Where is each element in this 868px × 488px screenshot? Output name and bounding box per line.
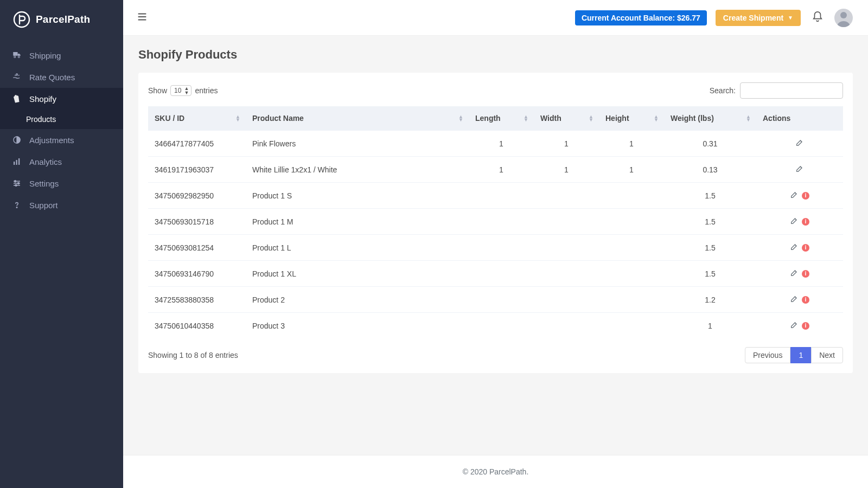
sliders-icon: [12, 178, 22, 188]
edit-icon[interactable]: [790, 294, 799, 305]
cell-width: [534, 261, 599, 287]
cell-length: [469, 261, 534, 287]
cell-height: [599, 287, 664, 313]
col-header-weight[interactable]: Weight (lbs)▲▼: [664, 106, 756, 131]
svg-point-8: [15, 181, 16, 182]
cell-actions: i: [756, 183, 843, 209]
cell-height: 1: [599, 131, 664, 157]
cell-name: Product 1 L: [246, 235, 469, 261]
create-shipment-button[interactable]: Create Shipment ▼: [716, 10, 801, 26]
hand-coins-icon: [12, 72, 22, 82]
col-header-width[interactable]: Width▲▼: [534, 106, 599, 131]
svg-rect-7: [18, 158, 20, 165]
show-label-pre: Show: [148, 86, 167, 95]
warning-icon[interactable]: i: [802, 296, 809, 304]
edit-icon[interactable]: [790, 242, 799, 253]
truck-icon: [12, 50, 22, 60]
sidebar-item-shipping[interactable]: Shipping: [0, 44, 123, 66]
sidebar-item-support[interactable]: Support: [0, 194, 123, 216]
cell-name: Product 1 M: [246, 209, 469, 235]
table-row: 34750693081254Product 1 L1.5i: [148, 235, 843, 261]
edit-icon[interactable]: [790, 268, 799, 279]
warning-icon[interactable]: i: [802, 244, 809, 252]
search-label: Search:: [710, 86, 736, 95]
bell-icon[interactable]: [809, 9, 826, 27]
sidebar-item-label: Analytics: [29, 157, 62, 166]
svg-point-11: [16, 207, 17, 208]
cell-sku: 34750692982950: [148, 183, 246, 209]
cell-weight: 1.5: [664, 235, 756, 261]
svg-point-2: [18, 56, 20, 58]
warning-icon[interactable]: i: [802, 218, 809, 226]
sort-icon: ▲▼: [235, 115, 240, 121]
cell-name: Pink Flowers: [246, 131, 469, 157]
shopify-icon: [12, 94, 22, 104]
cell-width: [534, 313, 599, 339]
cell-length: [469, 313, 534, 339]
sidebar-item-adjustments[interactable]: Adjustments: [0, 129, 123, 151]
svg-point-10: [15, 184, 17, 186]
entries-select[interactable]: 10 ▲▼: [170, 85, 192, 96]
cell-name: Product 2: [246, 287, 469, 313]
table-row: 34750692982950Product 1 S1.5i: [148, 183, 843, 209]
cell-width: 1: [534, 157, 599, 183]
svg-rect-6: [16, 160, 17, 165]
cell-width: [534, 235, 599, 261]
warning-icon[interactable]: i: [802, 322, 809, 330]
sidebar: ParcelPath Shipping Rate Quotes Shopify: [0, 0, 123, 488]
edit-icon[interactable]: [790, 190, 799, 201]
edit-icon[interactable]: [790, 320, 799, 331]
svg-rect-5: [14, 162, 15, 165]
col-header-sku[interactable]: SKU / ID▲▼: [148, 106, 246, 131]
cell-length: 1: [469, 131, 534, 157]
cell-actions: i: [756, 287, 843, 313]
col-header-length[interactable]: Length▲▼: [469, 106, 534, 131]
hamburger-icon[interactable]: [133, 8, 151, 28]
question-icon: [12, 200, 22, 210]
svg-point-3: [16, 74, 18, 75]
sidebar-subitem-products[interactable]: Products: [0, 110, 123, 129]
table-row: 34750610440358Product 31i: [148, 313, 843, 339]
sort-icon: ▲▼: [746, 115, 751, 121]
cell-name: White Lillie 1x2x1 / White: [246, 157, 469, 183]
cell-height: [599, 261, 664, 287]
cell-name: Product 3: [246, 313, 469, 339]
sidebar-item-label: Settings: [29, 179, 59, 188]
products-card: Show 10 ▲▼ entries Search:: [138, 73, 853, 373]
brand-logo[interactable]: ParcelPath: [0, 0, 123, 39]
sidebar-item-label: Rate Quotes: [29, 73, 75, 82]
cell-width: [534, 287, 599, 313]
bar-chart-icon: [12, 157, 22, 166]
cell-actions: [756, 131, 843, 157]
previous-button[interactable]: Previous: [745, 347, 790, 363]
cell-height: [599, 209, 664, 235]
avatar[interactable]: [834, 9, 853, 27]
search-input[interactable]: [740, 82, 843, 99]
page-title: Shopify Products: [138, 48, 853, 62]
sidebar-item-analytics[interactable]: Analytics: [0, 151, 123, 172]
cell-sku: 34750693081254: [148, 235, 246, 261]
entries-value: 10: [174, 87, 181, 94]
edit-icon[interactable]: [795, 138, 804, 149]
edit-icon[interactable]: [795, 164, 804, 175]
cell-weight: 0.31: [664, 131, 756, 157]
account-balance-badge[interactable]: Current Account Balance: $26.77: [575, 10, 707, 25]
cell-sku: 34750693146790: [148, 261, 246, 287]
products-table: SKU / ID▲▼ Product Name▲▼ Length▲▼ Width…: [148, 106, 843, 338]
next-button[interactable]: Next: [811, 347, 843, 363]
page-number[interactable]: 1: [790, 347, 811, 363]
col-header-height[interactable]: Height▲▼: [599, 106, 664, 131]
sort-icon: ▲▼: [654, 115, 659, 121]
col-header-name[interactable]: Product Name▲▼: [246, 106, 469, 131]
sort-icon: ▲▼: [589, 115, 593, 121]
pagination: Previous 1 Next: [745, 347, 843, 363]
cell-length: [469, 183, 534, 209]
sidebar-item-settings[interactable]: Settings: [0, 172, 123, 194]
edit-icon[interactable]: [790, 216, 799, 227]
warning-icon[interactable]: i: [802, 270, 809, 278]
sidebar-item-label: Adjustments: [29, 136, 74, 145]
sidebar-item-shopify[interactable]: Shopify: [0, 88, 123, 110]
warning-icon[interactable]: i: [802, 192, 809, 200]
topbar: Current Account Balance: $26.77 Create S…: [123, 0, 868, 36]
sidebar-item-rate-quotes[interactable]: Rate Quotes: [0, 66, 123, 88]
